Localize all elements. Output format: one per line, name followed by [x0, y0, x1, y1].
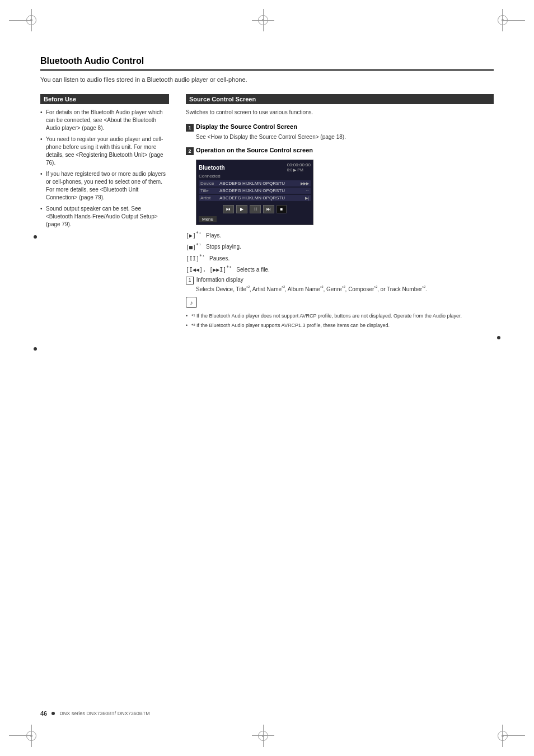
- left-column: Before Use For details on the Bluetooth …: [40, 94, 169, 331]
- bt-prev-button[interactable]: ⏮: [223, 205, 234, 213]
- reg-circle-bl: [26, 731, 36, 741]
- before-use-header: Before Use: [40, 94, 169, 104]
- bt-row-title: Title ABCDEFG HIJKLMN OPQRSTU ···: [199, 188, 311, 194]
- control-play: [▶]*¹ Plays.: [186, 231, 494, 240]
- bt-menu-label[interactable]: Menu: [199, 216, 217, 222]
- step-1: 1 Display the Source Control Screen See …: [186, 123, 494, 141]
- step-2-title: Operation on the Source Control screen: [196, 147, 313, 153]
- pause-desc: Pauses.: [209, 255, 229, 262]
- footnote-1: *¹ If the Bluetooth Audio player does no…: [186, 312, 494, 320]
- stop-desc: Stops playing.: [206, 244, 241, 250]
- page-number: 46: [40, 710, 47, 717]
- note-section: ♪: [186, 297, 494, 308]
- bt-title-icon: ···: [306, 189, 309, 193]
- reg-circle-tl: [26, 15, 36, 25]
- source-control-header: Source Control Screen: [186, 94, 494, 104]
- bt-title-value: ABCDEFG HIJKLMN OPQRSTU: [219, 188, 303, 193]
- control-info: 1 Information display Selects Device, Ti…: [186, 276, 494, 293]
- bullet-left-lower: [34, 347, 37, 351]
- note-icon: ♪: [186, 297, 197, 308]
- page-series: DNX series DNX7360BT/ DNX7360BTM: [59, 711, 150, 716]
- bt-row-artist: Artist ABCDEFG HIJKLMN OPQRSTU ▶|: [199, 195, 311, 201]
- bt-connection-status: Connected: [199, 174, 311, 179]
- bt-screen-header: Bluetooth 00:00:00:00 0:0 ▶ PM: [199, 162, 311, 172]
- controls-list: [▶]*¹ Plays. [■]*¹ Stops playing. [II]*¹…: [186, 231, 494, 293]
- list-item: For details on the Bluetooth Audio playe…: [40, 109, 169, 132]
- bt-playback-controls: ⏮ ▶ ⏸ ⏭ ■: [199, 203, 311, 215]
- footnotes-section: *¹ If the Bluetooth Audio player does no…: [186, 312, 494, 329]
- footnote-2: *² If the Bluetooth Audio player support…: [186, 322, 494, 329]
- bt-row-device: Device ABCDEFG HIJKLMN OPQRSTU ▶▶▶: [199, 180, 311, 186]
- two-column-layout: Before Use For details on the Bluetooth …: [40, 94, 494, 331]
- page-subtitle: You can listen to audio files stored in …: [40, 76, 494, 83]
- step-2-number: 2: [186, 147, 194, 155]
- footer-bullet-icon: [51, 712, 55, 715]
- step-1-title: Display the Source Control Screen: [196, 123, 297, 130]
- list-item: Sound output speaker can be set. See <Bl…: [40, 205, 169, 228]
- before-use-list: For details on the Bluetooth Audio playe…: [40, 109, 169, 228]
- control-select: [I◀◀], [▶▶I]*¹ Selects a file.: [186, 265, 494, 274]
- bt-device-value: ABCDEFG HIJKLMN OPQRSTU: [219, 181, 298, 186]
- play-desc: Plays.: [206, 232, 221, 239]
- bt-stop-button[interactable]: ■: [277, 205, 287, 213]
- step-1-number: 1: [186, 124, 194, 132]
- bt-device-label: Device: [200, 181, 217, 186]
- step-2: 2 Operation on the Source Control screen…: [186, 147, 494, 225]
- bt-artist-label: Artist: [200, 195, 217, 200]
- reg-circle-tr: [498, 15, 508, 25]
- bt-screen-time: 00:00:00:00 0:0 ▶ PM: [287, 162, 311, 172]
- reg-circle-tc: [258, 15, 268, 25]
- page-title: Bluetooth Audio Control: [40, 56, 494, 71]
- bt-artist-value: ABCDEFG HIJKLMN OPQRSTU: [219, 195, 303, 200]
- select-desc: Selects a file.: [236, 267, 269, 273]
- step-2-header: 2 Operation on the Source Control screen: [186, 147, 494, 155]
- source-description: Switches to control screen to use variou…: [186, 109, 494, 116]
- bt-device-icon: ▶▶▶: [301, 181, 309, 186]
- play-symbol: [▶]*¹: [186, 232, 202, 239]
- bullet-left-upper: [34, 235, 37, 239]
- pause-symbol: [II]*¹: [186, 255, 205, 262]
- page-footer: 46 DNX series DNX7360BT/ DNX7360BTM: [40, 710, 494, 717]
- control-stop: [■]*¹ Stops playing.: [186, 242, 494, 251]
- control-pause: [II]*¹ Pauses.: [186, 254, 494, 263]
- bt-play-button[interactable]: ▶: [236, 205, 247, 213]
- step-1-header: 1 Display the Source Control Screen: [186, 123, 494, 132]
- page-content: Bluetooth Audio Control You can listen t…: [40, 56, 494, 700]
- right-column: Source Control Screen Switches to contro…: [186, 94, 494, 331]
- stop-symbol: [■]*¹: [186, 244, 202, 250]
- list-item: If you have registered two or more audio…: [40, 170, 169, 202]
- bt-artist-icon: ▶|: [305, 196, 309, 200]
- bt-title-label: Title: [200, 188, 217, 193]
- select-symbol: [I◀◀], [▶▶I]*¹: [186, 267, 232, 273]
- bt-menu-bar: Menu: [199, 215, 311, 222]
- bluetooth-screen: Bluetooth 00:00:00:00 0:0 ▶ PM Connected…: [196, 160, 313, 225]
- reg-circle-br: [498, 731, 508, 741]
- step-1-body: See <How to Display the Source Control S…: [196, 133, 494, 141]
- bt-screen-title: Bluetooth: [199, 165, 225, 171]
- bullet-right-upper: [497, 336, 500, 339]
- bt-next-button[interactable]: ⏭: [263, 205, 274, 213]
- info-num-badge: 1: [186, 277, 194, 284]
- list-item: You need to register your audio player a…: [40, 136, 169, 167]
- info-label: Information display: [196, 277, 243, 283]
- info-indent: Selects Device, Title*², Artist Name*², …: [196, 284, 494, 293]
- bt-pause-button[interactable]: ⏸: [250, 205, 261, 213]
- reg-circle-bc: [258, 731, 268, 741]
- bt-screen-inner: Device ABCDEFG HIJKLMN OPQRSTU ▶▶▶ Title…: [199, 180, 311, 215]
